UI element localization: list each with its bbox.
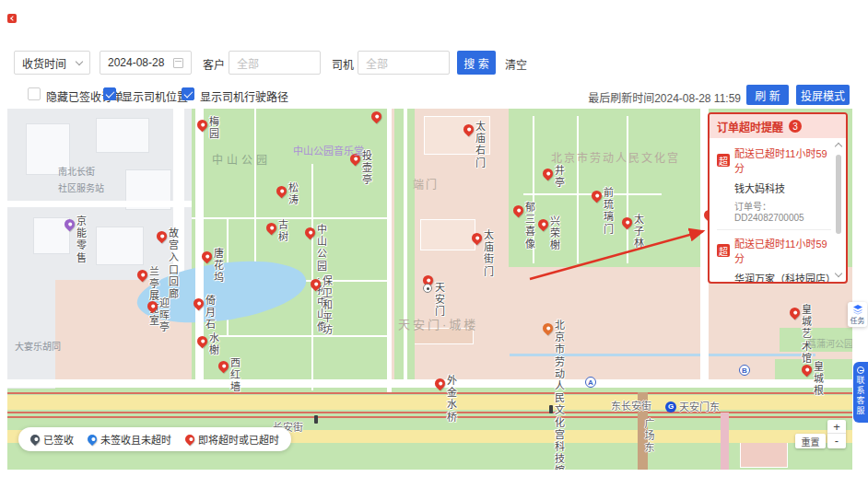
map-poi[interactable]: 迎晖亭: [147, 298, 158, 315]
overdue-order-item[interactable]: 超配送已超时11小时59分华润万家（科技园店）2订单号：DD2408270000…: [717, 229, 831, 282]
task-widget[interactable]: 任务: [848, 302, 867, 327]
map-poi[interactable]: 兴荣榭: [538, 216, 548, 233]
map-poi[interactable]: 太庙右门: [463, 122, 474, 138]
map-pin-red[interactable]: [462, 122, 476, 137]
map-pin-red[interactable]: [470, 231, 485, 246]
map-pin-red[interactable]: [195, 118, 210, 133]
poi-label: 松涛: [288, 182, 299, 206]
overdue-alert-panel: 订单超时提醒 3 超配送已超时11小时59分钱大妈科技订单号：DD2408270…: [708, 112, 848, 284]
show-route-checkbox[interactable]: [182, 87, 194, 100]
map-pin-red[interactable]: [217, 359, 231, 374]
filter-toolbar: 收货时间 2024-08-28 客户 全部 司机 全部 搜 索 清空: [7, 51, 861, 76]
map-poi[interactable]: 保卫和平坊: [311, 276, 321, 293]
refresh-button[interactable]: 刷 新: [746, 85, 789, 105]
map-poi[interactable]: 西红墙: [218, 358, 229, 375]
map-poi[interactable]: 前琉璃门: [592, 188, 602, 204]
map-pin-plain[interactable]: [369, 110, 384, 124]
map-area-label: 端门: [413, 176, 439, 192]
legend-label: 未签收且未超时: [100, 432, 171, 447]
map-poi: [371, 109, 381, 125]
driver-marker-icon[interactable]: [423, 284, 432, 293]
map-poi[interactable]: 井亭: [543, 166, 553, 182]
map-pin-red[interactable]: [800, 363, 815, 378]
map-poi[interactable]: 皇城艺术馆: [790, 305, 800, 321]
map-pin-red[interactable]: [309, 277, 323, 292]
map-poi[interactable]: 太子林: [622, 215, 632, 231]
driver-placeholder: 全部: [366, 55, 388, 71]
scroll-up-icon[interactable]: [835, 143, 842, 150]
poi-label: 兰亭展览室: [149, 266, 159, 327]
search-button[interactable]: 搜 索: [457, 51, 496, 75]
map-pin-red[interactable]: [433, 377, 448, 391]
map-poi[interactable]: 水榭: [197, 333, 207, 350]
map-poi[interactable]: 皇城根: [802, 362, 812, 378]
map-poi[interactable]: 兰亭展览室: [137, 267, 147, 284]
map-poi[interactable]: 唐花坞: [202, 249, 212, 265]
scrollbar-thumb[interactable]: [836, 155, 841, 234]
date-picker[interactable]: 2024-08-28: [100, 51, 192, 75]
zoom-out-button[interactable]: -: [827, 434, 846, 448]
time-type-value: 收货时间: [22, 55, 66, 71]
map-poi[interactable]: 郁三喜像: [513, 203, 523, 219]
metro-logo-icon: G: [665, 401, 676, 413]
poi-label: 太庙右门: [475, 121, 486, 169]
task-label: 任务: [850, 315, 865, 325]
map-pin-orange[interactable]: [541, 321, 556, 336]
alert-panel-title: 订单超时提醒: [717, 119, 783, 134]
driver-input[interactable]: 全部: [358, 51, 450, 75]
map-pin-red[interactable]: [200, 250, 215, 264]
map-pin-red[interactable]: [536, 217, 551, 232]
map-pin-red[interactable]: [146, 299, 160, 314]
map-pin-red[interactable]: [620, 215, 635, 230]
order-number: 订单号：DD24082700005: [734, 199, 831, 223]
map-poi[interactable]: 北京市劳动人民文化宫 科技馆: [543, 320, 553, 337]
poi-label: 外金水桥: [447, 375, 457, 424]
map-poi[interactable]: 故宫入口回廊: [157, 228, 167, 245]
reset-button[interactable]: 重置: [795, 434, 826, 448]
hide-signed-checkbox[interactable]: [28, 87, 41, 100]
map-poi[interactable]: 外金水桥: [435, 376, 445, 392]
map-poi[interactable]: 太庙街门: [472, 230, 482, 247]
map-poi[interactable]: 古树: [266, 220, 276, 237]
customer-input[interactable]: 全部: [229, 51, 321, 75]
map-pin-red[interactable]: [303, 226, 318, 240]
poi-label: 郁三喜像: [525, 202, 535, 250]
collapse-icon[interactable]: [7, 14, 17, 23]
map-pin-red[interactable]: [511, 203, 526, 218]
overdue-title: 配送已超时11小时59分: [734, 145, 831, 175]
chevron-down-icon: [76, 57, 83, 64]
map-pin-red[interactable]: [155, 229, 170, 244]
map-pin-red[interactable]: [275, 184, 289, 199]
map-pin-red[interactable]: [264, 221, 279, 236]
show-driver-pos-checkbox[interactable]: [103, 87, 116, 100]
poi-label: 太庙街门: [484, 229, 494, 278]
legend-label: 已签收: [43, 432, 74, 447]
map-poi[interactable]: 倚月石: [194, 296, 204, 312]
legend-item: 即将超时或已超时: [185, 432, 279, 447]
panel-scrollbar[interactable]: [835, 142, 843, 278]
contact-service-tab[interactable]: 联系客服: [853, 362, 868, 423]
time-type-select[interactable]: 收货时间: [14, 51, 90, 75]
poi-label: 天安门: [435, 282, 445, 319]
map-area-label: 中山公园音乐堂: [293, 142, 364, 158]
map-pin-red[interactable]: [541, 167, 556, 181]
clear-button[interactable]: 清空: [505, 56, 527, 72]
map-pin-red[interactable]: [135, 268, 150, 283]
map-poi[interactable]: 梅园: [197, 117, 207, 134]
scroll-down-icon[interactable]: [835, 270, 842, 277]
cast-mode-button[interactable]: 投屏模式: [796, 85, 850, 105]
map-poi[interactable]: 松涛: [276, 183, 287, 200]
poi-label: 唐花坞: [214, 248, 224, 285]
zoom-in-button[interactable]: +: [827, 420, 846, 434]
map-pin-red[interactable]: [195, 334, 210, 349]
map-pin-red[interactable]: [192, 297, 206, 311]
map-pin-purple[interactable]: [63, 217, 77, 232]
poi-label: 西红墙: [230, 357, 240, 394]
overdue-order-item[interactable]: 超配送已超时11小时59分钱大妈科技订单号：DD24082700005: [717, 140, 831, 229]
map-pin-red[interactable]: [788, 306, 803, 320]
map-poi[interactable]: 中山公园 ·孙中山像: [305, 225, 315, 241]
map-pin-red[interactable]: [590, 189, 604, 203]
chat-icon: [857, 366, 864, 374]
map-area-label: 菖蒲河公园: [807, 334, 852, 351]
map-poi[interactable]: 京能零售: [65, 216, 75, 233]
